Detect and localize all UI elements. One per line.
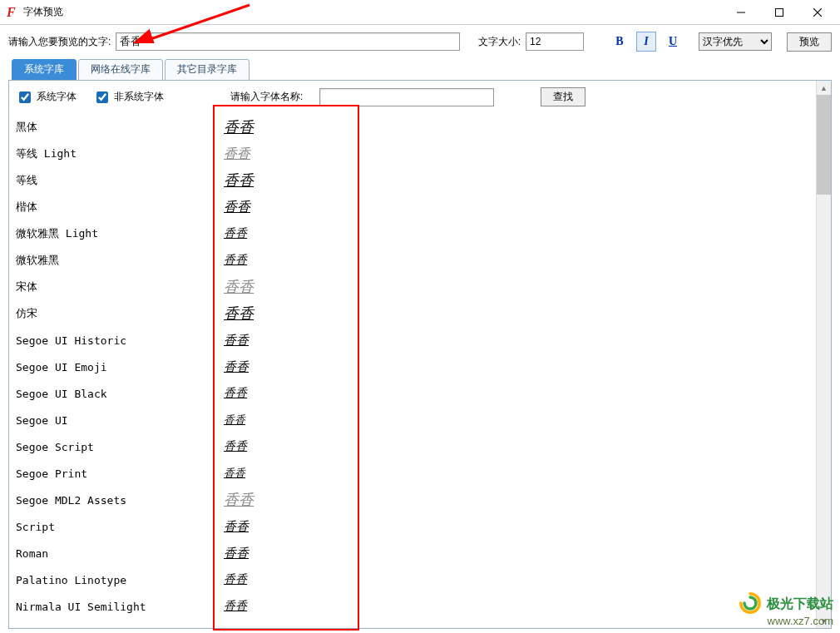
font-name-label: 楷体 xyxy=(14,200,224,215)
font-preview-sample: 香香 xyxy=(224,546,249,561)
font-row[interactable]: 仿宋香香 xyxy=(14,300,816,327)
tab-0[interactable]: 系统字库 xyxy=(12,59,77,81)
preview-text-input[interactable] xyxy=(116,32,459,51)
font-row[interactable]: Segoe UI Emoji香香 xyxy=(14,354,816,380)
font-row[interactable]: 微软雅黑 Light香香 xyxy=(14,220,816,247)
font-name-label: Segoe UI Black xyxy=(14,388,224,400)
font-preview-sample: 香香 xyxy=(224,146,250,163)
font-name-label: 等线 xyxy=(14,173,224,188)
font-row[interactable]: 宋体香香 xyxy=(14,274,816,300)
find-button[interactable]: 查找 xyxy=(541,87,586,106)
titlebar: F 字体预览 xyxy=(0,0,840,25)
font-name-label: Segoe UI Emoji xyxy=(14,361,224,373)
fontname-input[interactable] xyxy=(319,88,494,106)
font-row[interactable]: 楷体香香 xyxy=(14,194,816,220)
font-row[interactable]: Segoe UI Black香香 xyxy=(14,380,816,407)
font-name-label: 仿宋 xyxy=(14,306,224,321)
font-row[interactable]: Segoe Print香香 xyxy=(14,460,816,487)
bold-button[interactable]: B xyxy=(610,32,630,52)
font-name-label: Segoe Print xyxy=(14,467,224,480)
font-name-label: 微软雅黑 xyxy=(14,253,224,268)
font-row[interactable]: 黑体香香 xyxy=(14,114,816,141)
font-row[interactable]: 等线香香 xyxy=(14,167,816,194)
font-size-input[interactable] xyxy=(526,32,584,51)
priority-dropdown[interactable]: 汉字优先 xyxy=(699,32,772,51)
font-row[interactable]: Segoe MDL2 Assets香香 xyxy=(14,487,816,513)
font-row[interactable]: Roman香香 xyxy=(14,540,816,566)
font-name-label: Script xyxy=(14,521,224,533)
top-controls: 请输入您要预览的文字: 文字大小: B I U 汉字优先 预览 xyxy=(0,25,840,57)
font-name-label: Roman xyxy=(14,547,224,560)
font-name-label: 等线 Light xyxy=(14,146,224,161)
font-preview-sample: 香香 xyxy=(224,333,249,349)
font-preview-sample: 香香 xyxy=(224,466,245,481)
font-size-label: 文字大小: xyxy=(478,35,521,49)
font-row[interactable]: 等线 Light香香 xyxy=(14,141,816,167)
font-name-label: Segoe UI Historic xyxy=(14,334,224,347)
font-preview-sample: 香香 xyxy=(224,304,254,324)
checkbox-system-font-input[interactable] xyxy=(19,91,31,103)
filter-row: 系统字体 非系统字体 请输入字体名称: 查找 xyxy=(9,81,831,111)
maximize-button[interactable] xyxy=(760,0,798,25)
font-name-label: Nirmala UI Semilight xyxy=(14,601,224,613)
svg-rect-1 xyxy=(776,8,783,16)
font-row[interactable]: Script香香 xyxy=(14,513,816,540)
font-preview-sample: 香香 xyxy=(224,599,247,614)
font-name-label: 微软雅黑 Light xyxy=(14,226,224,241)
font-preview-sample: 香香 xyxy=(224,171,254,190)
font-name-label: 黑体 xyxy=(14,120,224,135)
tab-1[interactable]: 网络在线字库 xyxy=(78,59,163,81)
font-list: 黑体香香等线 Light香香等线香香楷体香香微软雅黑 Light香香微软雅黑香香… xyxy=(14,114,816,625)
font-row[interactable]: Segoe Script香香 xyxy=(14,433,816,460)
font-name-label: 宋体 xyxy=(14,279,224,294)
underline-button[interactable]: U xyxy=(663,32,683,52)
font-preview-sample: 香香 xyxy=(224,519,249,535)
checkbox-system-font[interactable]: 系统字体 xyxy=(16,89,77,106)
panel: 系统字体 非系统字体 请输入字体名称: 查找 黑体香香等线 Light香香等线香… xyxy=(8,80,832,629)
preview-text-label: 请输入您要预览的文字: xyxy=(8,35,111,49)
font-preview-sample: 香香 xyxy=(224,277,254,297)
tab-2[interactable]: 其它目录字库 xyxy=(165,59,250,81)
fontname-label: 请输入字体名称: xyxy=(230,90,303,104)
font-row[interactable]: Segoe UI Historic香香 xyxy=(14,327,816,354)
font-preview-sample: 香香 xyxy=(224,359,249,375)
app-icon: F xyxy=(7,7,18,18)
checkbox-nonsystem-font-input[interactable] xyxy=(96,91,108,103)
watermark-brand: 极光下载站 xyxy=(767,596,833,611)
watermark: 极光下载站 www.xz7.com xyxy=(739,591,833,628)
scroll-up-button[interactable]: ▲ xyxy=(817,81,831,95)
checkbox-system-font-label: 系统字体 xyxy=(37,90,77,104)
italic-button[interactable]: I xyxy=(636,32,656,52)
scroll-thumb[interactable] xyxy=(817,95,831,195)
minimize-button[interactable] xyxy=(722,0,760,25)
font-preview-sample: 香香 xyxy=(224,226,247,241)
font-preview-sample: 香香 xyxy=(224,117,254,137)
font-row[interactable]: Nirmala UI香香 xyxy=(14,620,816,625)
font-preview-sample: 香香 xyxy=(224,253,247,268)
watermark-url: www.xz7.com xyxy=(739,615,833,628)
vertical-scrollbar[interactable]: ▲ ▼ xyxy=(816,81,831,628)
font-preview-sample: 香香 xyxy=(224,413,245,428)
tabs-row: 系统字库网络在线字库其它目录字库 xyxy=(0,57,840,80)
font-name-label: Palatino Linotype xyxy=(14,574,224,586)
font-row[interactable]: Palatino Linotype香香 xyxy=(14,566,816,593)
close-button[interactable] xyxy=(798,0,837,25)
preview-button[interactable]: 预览 xyxy=(787,32,832,52)
font-preview-sample: 香香 xyxy=(224,386,247,401)
font-preview-sample: 香香 xyxy=(224,199,250,216)
font-row[interactable]: Nirmala UI Semilight香香 xyxy=(14,593,816,620)
font-preview-sample: 香香 xyxy=(224,439,247,454)
font-preview-sample: 香香 xyxy=(224,490,254,510)
font-preview-sample: 香香 xyxy=(224,572,247,587)
font-name-label: Segoe UI xyxy=(14,414,224,427)
font-name-label: Segoe Script xyxy=(14,441,224,453)
font-row[interactable]: 微软雅黑香香 xyxy=(14,247,816,274)
window-title: 字体预览 xyxy=(23,5,722,19)
checkbox-nonsystem-font-label: 非系统字体 xyxy=(114,90,164,104)
watermark-logo-icon xyxy=(739,591,762,615)
checkbox-nonsystem-font[interactable]: 非系统字体 xyxy=(93,89,164,106)
font-name-label: Segoe MDL2 Assets xyxy=(14,494,224,507)
font-row[interactable]: Segoe UI香香 xyxy=(14,407,816,433)
